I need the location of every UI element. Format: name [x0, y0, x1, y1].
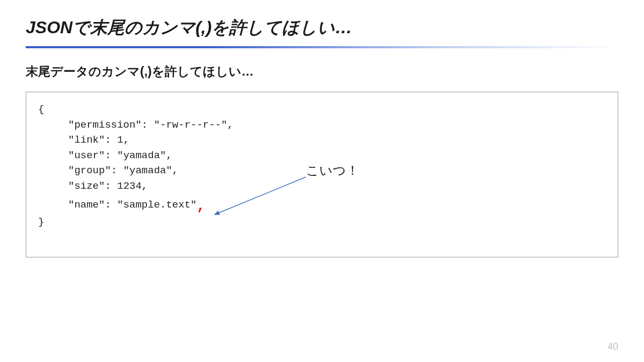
- code-comma: ,: [142, 180, 148, 192]
- code-value: 1: [117, 134, 123, 146]
- code-value: "sample.text": [117, 199, 196, 211]
- code-key: "size":: [68, 180, 117, 192]
- code-key: "group":: [68, 165, 123, 176]
- code-line-name: "name": "sample.text",: [38, 194, 606, 215]
- code-key: "permission":: [68, 119, 154, 131]
- code-comma: ,: [123, 134, 129, 146]
- code-line-link: "link": 1,: [38, 132, 606, 148]
- code-value: "yamada": [123, 165, 172, 176]
- trailing-comma: ,: [196, 198, 205, 214]
- code-close-brace: }: [38, 215, 606, 230]
- annotation-callout: こいつ！: [306, 162, 359, 179]
- code-line-size: "size": 1234,: [38, 179, 606, 194]
- title-underline: [26, 46, 618, 48]
- code-key: "name":: [68, 199, 117, 211]
- code-line-user: "user": "yamada",: [38, 148, 606, 164]
- code-line-permission: "permission": "-rw-r--r--",: [38, 117, 606, 133]
- code-comma: ,: [227, 119, 233, 131]
- slide-container: JSONで末尾のカンマ(,)を許してほしい… 末尾データのカンマ(,)を許してほ…: [0, 0, 644, 362]
- code-value: "yamada": [117, 150, 166, 161]
- slide-subtitle: 末尾データのカンマ(,)を許してほしい…: [26, 63, 618, 80]
- code-key: "link":: [68, 134, 117, 146]
- slide-title: JSONで末尾のカンマ(,)を許してほしい…: [26, 16, 618, 40]
- code-open-brace: {: [38, 102, 606, 117]
- code-value: "-rw-r--r--": [154, 119, 228, 131]
- code-comma: ,: [166, 150, 172, 161]
- code-key: "user":: [68, 150, 117, 161]
- code-comma: ,: [172, 165, 178, 176]
- page-number: 40: [608, 341, 618, 352]
- code-value: 1234: [117, 180, 142, 192]
